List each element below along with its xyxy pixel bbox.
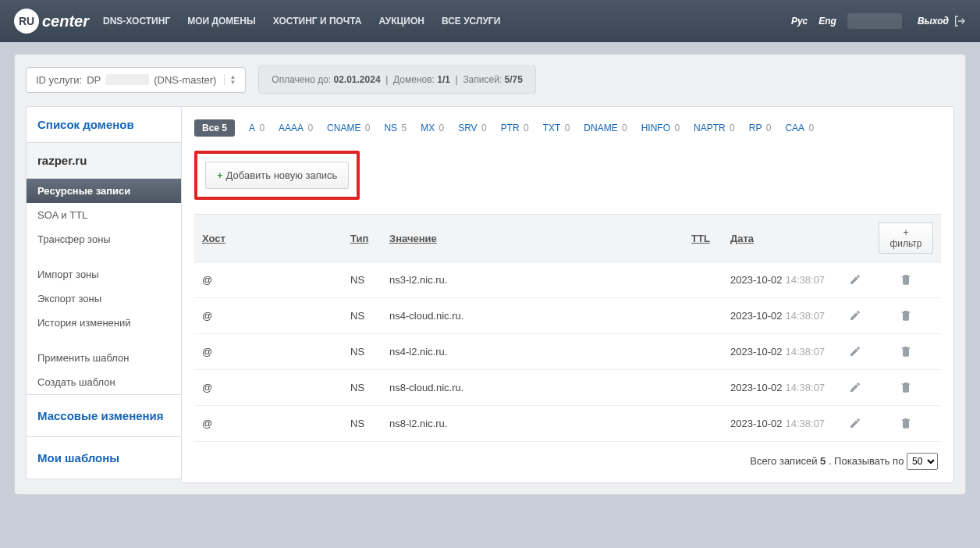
sidebar-templates[interactable]: Мои шаблоны [26, 437, 182, 479]
logo[interactable]: RU center [14, 9, 89, 34]
cell-host: @ [194, 298, 343, 334]
nav-hosting[interactable]: ХОСТИНГ И ПОЧТА [273, 16, 362, 27]
nav-domains[interactable]: МОИ ДОМЕНЫ [187, 16, 256, 27]
type-pill-cname[interactable]: CNAME 0 [327, 123, 370, 133]
type-pill-txt[interactable]: TXT 0 [543, 123, 570, 133]
type-pill-hinfo[interactable]: HINFO 0 [641, 123, 680, 133]
cell-ttl [684, 262, 723, 298]
pager-show-label: . Показывать по [829, 455, 904, 467]
pager-total-label: Всего записей [750, 455, 817, 467]
panel: ID услуги: DP (DNS-master) ▲▼ Оплачено д… [14, 54, 966, 495]
type-pill-naptr[interactable]: NAPTR 0 [694, 123, 735, 133]
sidebar-domains-title[interactable]: Список доменов [26, 106, 182, 142]
domains-value: 1/1 [437, 74, 450, 85]
col-value[interactable]: Значение [382, 215, 684, 262]
lang-ru[interactable]: Рус [791, 16, 808, 27]
type-pill-mx[interactable]: MX 0 [421, 123, 444, 133]
edit-icon[interactable] [847, 343, 863, 359]
sidebar-item-create-tpl[interactable]: Создать шаблон [27, 370, 181, 394]
sidebar-item-export[interactable]: Экспорт зоны [27, 286, 181, 311]
col-date[interactable]: Дата [723, 215, 840, 262]
cell-host: @ [194, 370, 343, 406]
cell-ttl [684, 298, 723, 334]
lang-en[interactable]: Eng [818, 16, 836, 27]
cell-type: NS [343, 370, 382, 406]
type-pill-rp[interactable]: RP 0 [749, 123, 772, 133]
type-pill-все[interactable]: Все 5 [194, 119, 235, 137]
lang-switch: Рус Eng [791, 13, 902, 29]
cell-host: @ [194, 334, 343, 370]
type-pill-aaaa[interactable]: AAAA 0 [279, 123, 313, 133]
delete-icon[interactable] [898, 415, 914, 431]
sidebar-item-records[interactable]: Ресурсные записи [27, 179, 181, 203]
cell-type: NS [343, 262, 382, 298]
service-suffix: (DNS-master) [154, 74, 216, 86]
table-row: @NSns4-l2.nic.ru.2023-10-0214:38:07 [194, 334, 941, 370]
cell-type: NS [343, 406, 382, 442]
type-pill-srv[interactable]: SRV 0 [458, 123, 486, 133]
pager: Всего записей 5 . Показывать по 50 [194, 442, 941, 470]
type-pill-dname[interactable]: DNAME 0 [584, 123, 627, 133]
nav-services[interactable]: ВСЕ УСЛУГИ [442, 16, 500, 27]
service-label: ID услуги: [36, 74, 82, 86]
nav-auction[interactable]: АУКЦИОН [379, 16, 424, 27]
sidebar-item-apply-tpl[interactable]: Применить шаблон [27, 346, 181, 370]
table-row: @NSns3-l2.nic.ru.2023-10-0214:38:07 [194, 262, 941, 298]
cell-ttl [684, 334, 723, 370]
exit-icon [953, 15, 966, 27]
sidebar-current-domain[interactable]: razper.ru [26, 142, 182, 179]
delete-icon[interactable] [898, 272, 914, 287]
delete-icon[interactable] [898, 308, 914, 323]
edit-icon[interactable] [847, 415, 863, 431]
records-label: Записей: [463, 74, 502, 85]
table-row: @NSns8-l2.nic.ru.2023-10-0214:38:07 [194, 406, 941, 442]
edit-icon[interactable] [847, 308, 863, 323]
paid-value: 02.01.2024 [334, 74, 381, 85]
sidebar-item-history[interactable]: История изменений [27, 311, 181, 335]
service-prefix: DP [87, 74, 101, 86]
stepper-icon: ▲▼ [224, 74, 236, 85]
sidebar-menu: Ресурсные записи SOA и TTL Трансфер зоны… [26, 179, 182, 395]
delete-icon[interactable] [898, 343, 914, 359]
type-filter: Все 5A 0AAAA 0CNAME 0NS 5MX 0SRV 0PTR 0T… [194, 119, 941, 137]
type-pill-caa[interactable]: CAA 0 [785, 123, 814, 133]
cell-date: 2023-10-0214:38:07 [723, 262, 840, 298]
cell-date: 2023-10-0214:38:07 [723, 370, 840, 406]
sidebar-item-transfer[interactable]: Трансфер зоны [27, 227, 181, 251]
main-content: Все 5A 0AAAA 0CNAME 0NS 5MX 0SRV 0PTR 0T… [182, 106, 954, 483]
table-row: @NSns8-cloud.nic.ru.2023-10-0214:38:07 [194, 370, 941, 406]
type-pill-a[interactable]: A 0 [249, 123, 265, 133]
col-ttl[interactable]: TTL [684, 215, 723, 262]
col-host[interactable]: Хост [194, 215, 343, 262]
add-record-button[interactable]: +Добавить новую запись [205, 162, 349, 189]
cell-value: ns8-l2.nic.ru. [382, 406, 684, 442]
cell-value: ns8-cloud.nic.ru. [382, 370, 684, 406]
logo-text: center [42, 12, 89, 30]
nav-dns[interactable]: DNS-ХОСТИНГ [103, 16, 170, 27]
cell-ttl [684, 370, 723, 406]
cell-date: 2023-10-0214:38:07 [723, 406, 840, 442]
cell-ttl [684, 406, 723, 442]
col-type[interactable]: Тип [343, 215, 382, 262]
cell-value: ns4-cloud.nic.ru. [382, 298, 684, 334]
filter-button[interactable]: + фильтр [879, 222, 933, 254]
service-select[interactable]: ID услуги: DP (DNS-master) ▲▼ [26, 67, 246, 93]
edit-icon[interactable] [847, 379, 863, 395]
cell-date: 2023-10-0214:38:07 [723, 334, 840, 370]
sidebar-item-import[interactable]: Импорт зоны [27, 262, 181, 286]
sidebar: Список доменов razper.ru Ресурсные запис… [26, 106, 182, 483]
add-highlight: +Добавить новую запись [194, 151, 360, 200]
delete-icon[interactable] [898, 379, 914, 395]
type-pill-ns[interactable]: NS 5 [384, 123, 407, 133]
sidebar-mass[interactable]: Массовые изменения [26, 395, 182, 437]
logout[interactable]: Выход [918, 15, 966, 27]
sidebar-item-soa[interactable]: SOA и TTL [27, 203, 181, 227]
add-record-label: Добавить новую запись [226, 169, 338, 181]
cell-type: NS [343, 334, 382, 370]
edit-icon[interactable] [847, 272, 863, 287]
cell-value: ns3-l2.nic.ru. [382, 262, 684, 298]
pager-select[interactable]: 50 [907, 453, 938, 470]
type-pill-ptr[interactable]: PTR 0 [501, 123, 529, 133]
cell-value: ns4-l2.nic.ru. [382, 334, 684, 370]
info-bar: Оплачено до: 02.01.2024 | Доменов: 1/1 |… [258, 66, 536, 94]
